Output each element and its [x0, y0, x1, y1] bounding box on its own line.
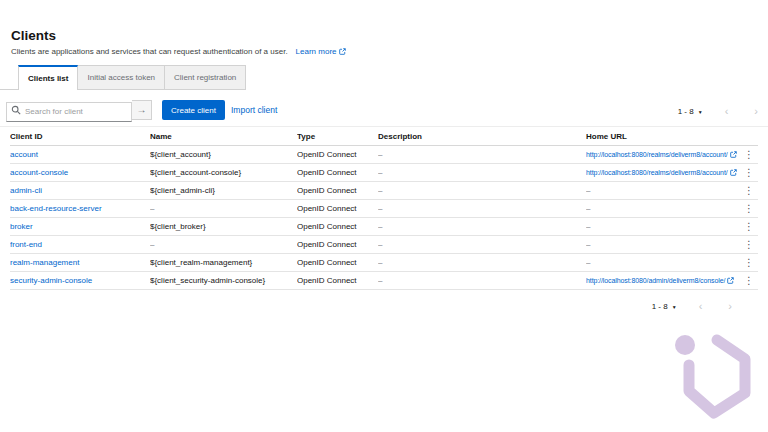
pagination-top: 1 - 8 ▼ ‹ › — [678, 106, 758, 117]
client-home-url-cell: – — [586, 204, 738, 213]
kebab-menu-icon[interactable]: ⋮ — [740, 150, 758, 160]
page-title: Clients — [11, 28, 56, 43]
client-type: OpenID Connect — [297, 276, 378, 285]
client-id-link[interactable]: account — [10, 150, 38, 159]
search-group: → — [6, 100, 152, 120]
client-name: ${client_broker} — [150, 222, 297, 231]
kebab-menu-icon[interactable]: ⋮ — [740, 258, 758, 268]
caret-down-icon: ▼ — [672, 304, 677, 310]
client-id-link[interactable]: broker — [10, 222, 33, 231]
table-row: broker ${client_broker} OpenID Connect –… — [10, 218, 758, 236]
table-row: account ${client_account} OpenID Connect… — [10, 146, 758, 164]
kebab-menu-icon[interactable]: ⋮ — [740, 240, 758, 250]
client-id-link[interactable]: admin-cli — [10, 186, 42, 195]
client-home-url-cell: – — [586, 258, 738, 267]
create-client-button[interactable]: Create client — [162, 100, 225, 120]
client-type: OpenID Connect — [297, 168, 378, 177]
client-name: ${client_security-admin-console} — [150, 276, 297, 285]
arrow-right-icon: → — [137, 104, 147, 115]
table-row: security-admin-console ${client_security… — [10, 272, 758, 290]
client-home-url-cell: – — [586, 186, 738, 195]
toolbar: → Create client Import client 1 - 8 ▼ ‹ … — [0, 100, 768, 122]
client-home-url-cell: http://localhost:8080/admin/deliverm8/co… — [586, 276, 738, 285]
client-type: OpenID Connect — [297, 258, 378, 267]
learn-more-link[interactable]: Learn more — [296, 47, 346, 56]
client-home-url: http://localhost:8080/realms/deliverm8/a… — [586, 169, 728, 176]
external-link-icon — [730, 151, 737, 158]
column-header-description: Description — [378, 132, 586, 141]
client-id-link[interactable]: back-end-resource-server — [10, 204, 102, 213]
search-input[interactable] — [6, 102, 132, 122]
external-link-icon — [730, 169, 737, 176]
pagination-bottom: 1 - 8 ▼ ‹ › — [652, 301, 732, 312]
client-name: ${client_account} — [150, 150, 297, 159]
search-submit-button[interactable]: → — [132, 100, 152, 120]
kebab-menu-icon[interactable]: ⋮ — [740, 168, 758, 178]
table-row: realm-management ${client_realm-manageme… — [10, 254, 758, 272]
kebab-menu-icon[interactable]: ⋮ — [740, 222, 758, 232]
column-header-home-url: Home URL — [586, 132, 738, 141]
client-description: – — [378, 258, 586, 267]
pagination-range[interactable]: 1 - 8 — [678, 107, 694, 116]
client-name: ${client_realm-management} — [150, 258, 297, 267]
client-id-link[interactable]: realm-management — [10, 258, 79, 267]
client-type: OpenID Connect — [297, 204, 378, 213]
chevron-left-icon[interactable]: ‹ — [725, 106, 729, 117]
tab-initial-access-token[interactable]: Initial access token — [78, 65, 165, 90]
brand-logo — [652, 330, 756, 430]
chevron-right-icon[interactable]: › — [754, 106, 758, 117]
client-description: – — [378, 150, 586, 159]
tab-clients-list[interactable]: Clients list — [18, 65, 78, 90]
client-name: ${client_account-console} — [150, 168, 297, 177]
client-description: – — [378, 168, 586, 177]
client-name: – — [150, 240, 297, 249]
client-type: OpenID Connect — [297, 240, 378, 249]
client-home-url: – — [586, 240, 590, 249]
client-home-url: – — [586, 186, 590, 195]
client-home-url: – — [586, 222, 590, 231]
table-row: admin-cli ${client_admin-cli} OpenID Con… — [10, 182, 758, 200]
pagination-range[interactable]: 1 - 8 — [652, 302, 668, 311]
client-home-url-cell: http://localhost:8080/realms/deliverm8/a… — [586, 150, 738, 159]
page-subtitle-row: Clients are applications and services th… — [11, 47, 346, 56]
table-row: back-end-resource-server – OpenID Connec… — [10, 200, 758, 218]
client-home-url: http://localhost:8080/admin/deliverm8/co… — [586, 277, 725, 284]
tab-initial-access-token-label: Initial access token — [87, 73, 155, 82]
learn-more-label: Learn more — [296, 47, 337, 56]
client-home-url-link[interactable]: http://localhost:8080/realms/deliverm8/a… — [586, 169, 737, 176]
chevron-right-icon[interactable]: › — [728, 301, 732, 312]
external-link-icon — [339, 48, 346, 55]
tab-client-registration-label: Client registration — [174, 73, 236, 82]
tab-client-registration[interactable]: Client registration — [165, 65, 246, 90]
clients-table: Client ID Name Type Description Home URL… — [10, 127, 758, 290]
client-id-link[interactable]: security-admin-console — [10, 276, 92, 285]
import-client-link[interactable]: Import client — [231, 105, 277, 115]
client-id-link[interactable]: front-end — [10, 240, 42, 249]
tab-bar-edge-line — [0, 89, 18, 90]
chevron-left-icon[interactable]: ‹ — [699, 301, 703, 312]
page-subtitle: Clients are applications and services th… — [11, 47, 288, 56]
tab-clients-list-label: Clients list — [28, 74, 68, 83]
kebab-menu-icon[interactable]: ⋮ — [740, 276, 758, 286]
client-home-url-link[interactable]: http://localhost:8080/admin/deliverm8/co… — [586, 277, 734, 284]
caret-down-icon: ▼ — [698, 109, 703, 115]
client-description: – — [378, 222, 586, 231]
client-name: – — [150, 204, 297, 213]
kebab-menu-icon[interactable]: ⋮ — [740, 186, 758, 196]
column-header-client-id: Client ID — [10, 132, 150, 141]
client-home-url: – — [586, 204, 590, 213]
client-description: – — [378, 276, 586, 285]
client-description: – — [378, 240, 586, 249]
client-home-url: http://localhost:8080/realms/deliverm8/a… — [586, 151, 728, 158]
kebab-menu-icon[interactable]: ⋮ — [740, 204, 758, 214]
client-id-link[interactable]: account-console — [10, 168, 68, 177]
client-home-url-cell: http://localhost:8080/realms/deliverm8/a… — [586, 168, 738, 177]
external-link-icon — [727, 277, 734, 284]
clients-page: Clients Clients are applications and ser… — [0, 0, 768, 432]
table-row: account-console ${client_account-console… — [10, 164, 758, 182]
client-description: – — [378, 186, 586, 195]
client-home-url-link[interactable]: http://localhost:8080/realms/deliverm8/a… — [586, 151, 737, 158]
client-type: OpenID Connect — [297, 222, 378, 231]
client-home-url: – — [586, 258, 590, 267]
client-type: OpenID Connect — [297, 150, 378, 159]
